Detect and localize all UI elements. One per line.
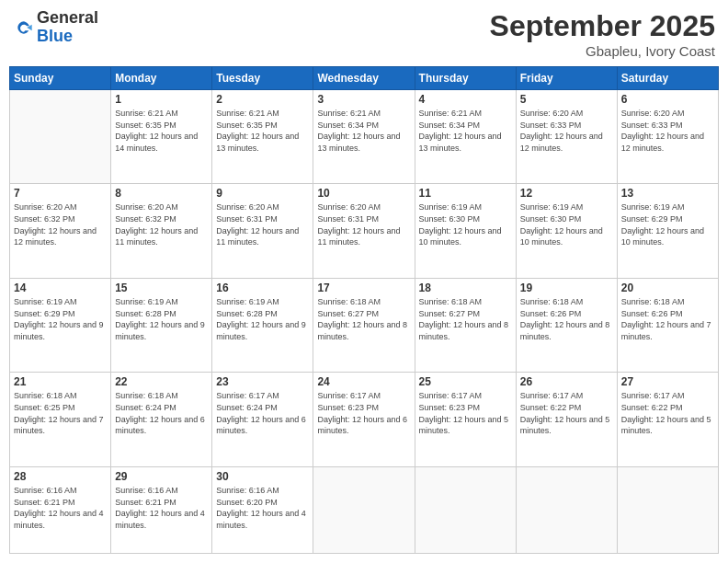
- day-number: 12: [520, 187, 613, 200]
- day-number: 15: [115, 282, 208, 294]
- day-info: Sunrise: 6:19 AM Sunset: 6:29 PM Dayligh…: [621, 201, 714, 247]
- location: Gbapleu, Ivory Coast: [490, 43, 715, 59]
- day-cell-29: 29 Sunrise: 6:16 AM Sunset: 6:21 PM Dayl…: [111, 466, 212, 553]
- day-cell-30: 30 Sunrise: 6:16 AM Sunset: 6:20 PM Dayl…: [212, 466, 313, 553]
- day-info: Sunrise: 6:16 AM Sunset: 6:21 PM Dayligh…: [115, 485, 208, 531]
- calendar-table: Sunday Monday Tuesday Wednesday Thursday…: [9, 66, 719, 554]
- day-cell-8: 8 Sunrise: 6:20 AM Sunset: 6:32 PM Dayli…: [111, 184, 212, 278]
- day-info: Sunrise: 6:18 AM Sunset: 6:24 PM Dayligh…: [115, 390, 208, 436]
- day-cell-7: 7 Sunrise: 6:20 AM Sunset: 6:32 PM Dayli…: [10, 184, 111, 278]
- day-number: 23: [216, 375, 309, 388]
- day-cell-25: 25 Sunrise: 6:17 AM Sunset: 6:23 PM Dayl…: [415, 373, 516, 466]
- day-info: Sunrise: 6:19 AM Sunset: 6:29 PM Dayligh…: [14, 296, 107, 342]
- day-info: Sunrise: 6:19 AM Sunset: 6:28 PM Dayligh…: [115, 296, 208, 342]
- day-number: 4: [419, 93, 512, 106]
- day-info: Sunrise: 6:17 AM Sunset: 6:24 PM Dayligh…: [216, 390, 309, 436]
- page: General Blue September 2025 Gbapleu, Ivo…: [0, 0, 728, 563]
- header-saturday: Saturday: [617, 67, 718, 90]
- calendar-row-4: 28 Sunrise: 6:16 AM Sunset: 6:21 PM Dayl…: [10, 466, 719, 553]
- day-cell-5: 5 Sunrise: 6:20 AM Sunset: 6:33 PM Dayli…: [516, 90, 617, 184]
- day-cell-16: 16 Sunrise: 6:19 AM Sunset: 6:28 PM Dayl…: [212, 278, 313, 372]
- calendar-row-0: 1 Sunrise: 6:21 AM Sunset: 6:35 PM Dayli…: [10, 90, 719, 184]
- calendar-row-2: 14 Sunrise: 6:19 AM Sunset: 6:29 PM Dayl…: [10, 278, 719, 372]
- day-number: 3: [317, 93, 410, 106]
- day-number: 29: [115, 470, 208, 483]
- empty-cell: [10, 90, 111, 184]
- day-info: Sunrise: 6:16 AM Sunset: 6:20 PM Dayligh…: [216, 485, 309, 531]
- day-number: 5: [520, 93, 613, 106]
- day-info: Sunrise: 6:17 AM Sunset: 6:23 PM Dayligh…: [317, 390, 410, 436]
- day-info: Sunrise: 6:19 AM Sunset: 6:28 PM Dayligh…: [216, 296, 309, 342]
- logo-general-text: General: [37, 9, 98, 28]
- day-info: Sunrise: 6:20 AM Sunset: 6:32 PM Dayligh…: [115, 201, 208, 247]
- logo-text: General Blue: [37, 9, 98, 46]
- day-info: Sunrise: 6:17 AM Sunset: 6:23 PM Dayligh…: [419, 390, 512, 436]
- empty-cell: [516, 466, 617, 553]
- day-info: Sunrise: 6:17 AM Sunset: 6:22 PM Dayligh…: [520, 390, 613, 436]
- day-cell-21: 21 Sunrise: 6:18 AM Sunset: 6:25 PM Dayl…: [10, 373, 111, 466]
- empty-cell: [617, 466, 718, 553]
- day-cell-4: 4 Sunrise: 6:21 AM Sunset: 6:34 PM Dayli…: [415, 90, 516, 184]
- day-info: Sunrise: 6:20 AM Sunset: 6:31 PM Dayligh…: [216, 201, 309, 247]
- month-title: September 2025: [490, 9, 715, 43]
- empty-cell: [313, 466, 415, 553]
- day-number: 27: [621, 375, 714, 388]
- day-cell-23: 23 Sunrise: 6:17 AM Sunset: 6:24 PM Dayl…: [212, 373, 313, 466]
- logo: General Blue: [13, 9, 98, 46]
- day-number: 17: [317, 282, 410, 294]
- day-number: 25: [419, 375, 512, 388]
- day-cell-14: 14 Sunrise: 6:19 AM Sunset: 6:29 PM Dayl…: [10, 278, 111, 372]
- day-cell-18: 18 Sunrise: 6:18 AM Sunset: 6:27 PM Dayl…: [415, 278, 516, 372]
- day-cell-10: 10 Sunrise: 6:20 AM Sunset: 6:31 PM Dayl…: [313, 184, 415, 278]
- day-number: 22: [115, 375, 208, 388]
- day-cell-6: 6 Sunrise: 6:20 AM Sunset: 6:33 PM Dayli…: [617, 90, 718, 184]
- day-number: 28: [14, 470, 107, 483]
- day-info: Sunrise: 6:19 AM Sunset: 6:30 PM Dayligh…: [419, 201, 512, 247]
- day-cell-19: 19 Sunrise: 6:18 AM Sunset: 6:26 PM Dayl…: [516, 278, 617, 372]
- day-info: Sunrise: 6:18 AM Sunset: 6:25 PM Dayligh…: [14, 390, 107, 436]
- day-number: 13: [621, 187, 714, 200]
- day-cell-17: 17 Sunrise: 6:18 AM Sunset: 6:27 PM Dayl…: [313, 278, 415, 372]
- day-info: Sunrise: 6:21 AM Sunset: 6:35 PM Dayligh…: [115, 108, 208, 154]
- header-sunday: Sunday: [10, 67, 111, 90]
- day-number: 26: [520, 375, 613, 388]
- logo-blue-text: Blue: [37, 28, 98, 46]
- day-number: 8: [115, 187, 208, 200]
- day-cell-3: 3 Sunrise: 6:21 AM Sunset: 6:34 PM Dayli…: [313, 90, 415, 184]
- day-cell-1: 1 Sunrise: 6:21 AM Sunset: 6:35 PM Dayli…: [111, 90, 212, 184]
- day-number: 16: [216, 282, 309, 294]
- day-cell-12: 12 Sunrise: 6:19 AM Sunset: 6:30 PM Dayl…: [516, 184, 617, 278]
- day-info: Sunrise: 6:20 AM Sunset: 6:33 PM Dayligh…: [520, 108, 613, 154]
- header-tuesday: Tuesday: [212, 67, 313, 90]
- header-friday: Friday: [516, 67, 617, 90]
- day-cell-28: 28 Sunrise: 6:16 AM Sunset: 6:21 PM Dayl…: [10, 466, 111, 553]
- day-cell-24: 24 Sunrise: 6:17 AM Sunset: 6:23 PM Dayl…: [313, 373, 415, 466]
- day-info: Sunrise: 6:20 AM Sunset: 6:32 PM Dayligh…: [14, 201, 107, 247]
- day-number: 11: [419, 187, 512, 200]
- day-info: Sunrise: 6:18 AM Sunset: 6:27 PM Dayligh…: [317, 296, 410, 342]
- header-monday: Monday: [111, 67, 212, 90]
- day-info: Sunrise: 6:18 AM Sunset: 6:27 PM Dayligh…: [419, 296, 512, 342]
- calendar-row-3: 21 Sunrise: 6:18 AM Sunset: 6:25 PM Dayl…: [10, 373, 719, 466]
- empty-cell: [415, 466, 516, 553]
- day-number: 6: [621, 93, 714, 106]
- day-cell-13: 13 Sunrise: 6:19 AM Sunset: 6:29 PM Dayl…: [617, 184, 718, 278]
- day-info: Sunrise: 6:18 AM Sunset: 6:26 PM Dayligh…: [621, 296, 714, 342]
- title-area: September 2025 Gbapleu, Ivory Coast: [490, 9, 715, 59]
- day-number: 19: [520, 282, 613, 294]
- day-info: Sunrise: 6:18 AM Sunset: 6:26 PM Dayligh…: [520, 296, 613, 342]
- day-cell-15: 15 Sunrise: 6:19 AM Sunset: 6:28 PM Dayl…: [111, 278, 212, 372]
- day-number: 24: [317, 375, 410, 388]
- day-cell-22: 22 Sunrise: 6:18 AM Sunset: 6:24 PM Dayl…: [111, 373, 212, 466]
- day-number: 18: [419, 282, 512, 294]
- day-number: 1: [115, 93, 208, 106]
- day-info: Sunrise: 6:20 AM Sunset: 6:31 PM Dayligh…: [317, 201, 410, 247]
- day-number: 10: [317, 187, 410, 200]
- day-info: Sunrise: 6:17 AM Sunset: 6:22 PM Dayligh…: [621, 390, 714, 436]
- day-number: 21: [14, 375, 107, 388]
- header-wednesday: Wednesday: [313, 67, 415, 90]
- day-cell-2: 2 Sunrise: 6:21 AM Sunset: 6:35 PM Dayli…: [212, 90, 313, 184]
- weekday-header-row: Sunday Monday Tuesday Wednesday Thursday…: [10, 67, 719, 90]
- day-info: Sunrise: 6:21 AM Sunset: 6:35 PM Dayligh…: [216, 108, 309, 154]
- day-cell-11: 11 Sunrise: 6:19 AM Sunset: 6:30 PM Dayl…: [415, 184, 516, 278]
